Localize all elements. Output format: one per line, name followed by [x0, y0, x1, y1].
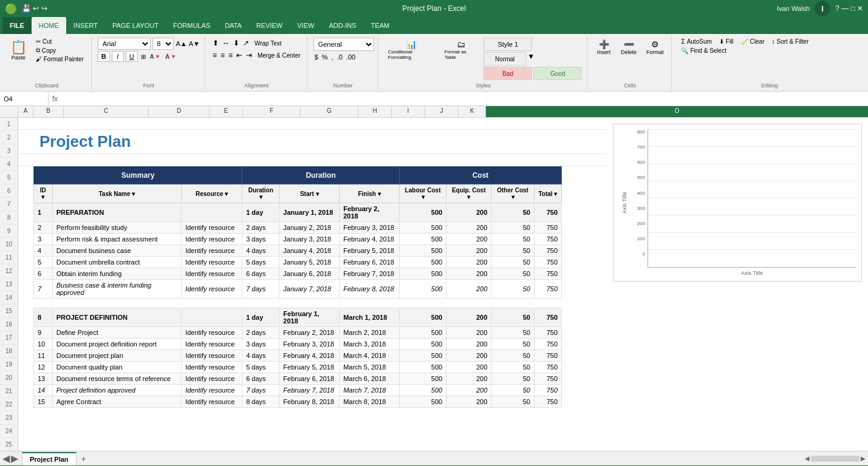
spreadsheet-scroll[interactable]: 1234567891011121314151617181920212223242…	[0, 118, 868, 451]
hscroll-right[interactable]: ▶	[861, 455, 866, 462]
table-row[interactable]: 8 PROJECT DEFINITION 1 day February 1, 2…	[34, 308, 562, 327]
tab-add-ins[interactable]: ADD-INS	[321, 17, 363, 34]
cell-resource: Identify resource	[182, 234, 242, 245]
table-row[interactable]: 12 Document quality plan Identify resour…	[34, 362, 562, 373]
tab-insert[interactable]: INSERT	[66, 17, 105, 34]
cell-duration: 2 days	[242, 327, 279, 339]
table-row[interactable]: 15 Agree Contract Identify resource 8 da…	[34, 396, 562, 408]
cell-finish: February 8, 2018	[340, 280, 400, 299]
decimal-dec-button[interactable]: .00	[345, 52, 357, 62]
normal-style-box[interactable]: Normal	[484, 52, 526, 66]
bad-style-box[interactable]: Bad	[484, 67, 532, 80]
cell-resource: Identify resource	[182, 268, 242, 280]
table-row[interactable]: 7 Business case & interim funding approv…	[34, 280, 562, 299]
align-bottom-button[interactable]: ⬇	[232, 38, 241, 49]
find-select-button[interactable]: 🔍Find & Select	[678, 47, 729, 55]
add-sheet-button[interactable]: +	[78, 453, 90, 465]
delete-button[interactable]: ➖ Delete	[617, 38, 640, 80]
indent-inc-button[interactable]: ⇥	[245, 50, 253, 61]
cut-button[interactable]: ✂Cut	[33, 38, 87, 46]
table-row[interactable]: 10 Document project definition report Id…	[34, 339, 562, 350]
table-row[interactable]: 11 Document project plan Identify resour…	[34, 350, 562, 362]
indent-dec-button[interactable]: ⇤	[235, 50, 244, 61]
format-painter-button[interactable]: 🖌Format Painter	[33, 55, 87, 63]
tab-page-layout[interactable]: PAGE LAYOUT	[105, 17, 166, 34]
table-row[interactable]	[34, 299, 562, 308]
paste-button[interactable]: 📋 Paste	[7, 38, 30, 63]
font-family-select[interactable]: Arial	[98, 38, 151, 50]
table-row[interactable]: 13 Document resource terms of reference …	[34, 373, 562, 385]
scroll-sheets-left[interactable]: ◀	[2, 453, 10, 464]
cell-id: 15	[34, 396, 53, 408]
comma-button[interactable]: ,	[330, 52, 335, 62]
font-size-select[interactable]: 8	[152, 38, 174, 50]
sort-filter-button[interactable]: ↕Sort & Filter	[768, 38, 812, 46]
th-total: Total ▾	[534, 184, 561, 203]
insert-button[interactable]: ➕ Insert	[593, 38, 615, 80]
cell-start: February 8, 2018	[279, 396, 340, 408]
table-row[interactable]: 2 Perform feasibility study Identify res…	[34, 222, 562, 234]
underline-button[interactable]: U	[126, 51, 138, 62]
cell-total: 750	[534, 222, 561, 234]
align-left-button[interactable]: ≡	[211, 50, 218, 61]
style1-box[interactable]: Style 1	[484, 38, 532, 51]
hscroll-left[interactable]: ◀	[805, 455, 810, 462]
align-top-button[interactable]: ⬆	[211, 38, 220, 49]
merge-center-button[interactable]: Merge & Center	[255, 50, 304, 61]
cell-start: January 2, 2018	[279, 222, 340, 234]
tab-review[interactable]: REVIEW	[249, 17, 290, 34]
cell-other: 50	[491, 268, 535, 280]
italic-button[interactable]: I	[112, 51, 124, 62]
number-format-select[interactable]: General	[313, 38, 374, 51]
wrap-text-button[interactable]: Wrap Text	[251, 38, 285, 49]
table-row[interactable]: 3 Perform risk & impact assessment Ident…	[34, 234, 562, 245]
spreadsheet-content: Project Plan Summary Duration Cost	[18, 118, 607, 451]
align-center-button[interactable]: ≡	[219, 50, 226, 61]
percent-button[interactable]: %	[321, 52, 329, 62]
table-row[interactable]: 9 Define Project Identify resource 2 day…	[34, 327, 562, 339]
fill-button[interactable]: ⬇Fill	[716, 38, 737, 46]
autosum-button[interactable]: ΣAutoSum	[678, 38, 714, 46]
tab-view[interactable]: VIEW	[290, 17, 321, 34]
cell-labour: 500	[399, 396, 446, 408]
bold-button[interactable]: B	[98, 51, 110, 62]
copy-button[interactable]: ⧉Copy	[33, 46, 87, 55]
align-middle-button[interactable]: ↔	[221, 38, 231, 49]
tab-team[interactable]: TEAM	[364, 17, 397, 34]
cell-start: February 6, 2018	[279, 373, 340, 385]
decimal-inc-button[interactable]: .0	[336, 52, 344, 62]
conditional-formatting-button[interactable]: 📊 Conditional Formatting	[384, 38, 439, 62]
tab-formulas[interactable]: FORMULAS	[166, 17, 217, 34]
font-grow-button[interactable]: A▲	[176, 40, 186, 47]
table-row[interactable]: 14 Project definition approved Identify …	[34, 385, 562, 396]
table-row[interactable]: 1 PREPARATION 1 day January 1, 2018 Febr…	[34, 203, 562, 222]
clear-button[interactable]: 🧹Clear	[738, 38, 768, 46]
align-right-button[interactable]: ≡	[227, 50, 234, 61]
format-as-table-button[interactable]: 🗂 Format as Table	[441, 38, 482, 62]
font-color-button[interactable]: A🔻	[164, 52, 178, 61]
table-row[interactable]: 6 Obtain interim funding Identify resour…	[34, 268, 562, 280]
tab-home[interactable]: HOME	[32, 17, 66, 34]
cell-duration: 1 day	[242, 203, 279, 222]
sheet-tab-project-plan[interactable]: Project Plan	[22, 452, 77, 465]
cell-id: 1	[34, 203, 53, 222]
borders-button[interactable]: ⊞	[140, 52, 147, 61]
cell-labour: 500	[399, 245, 446, 257]
currency-button[interactable]: $	[313, 52, 320, 62]
cell-labour: 500	[399, 234, 446, 245]
tab-file[interactable]: FILE	[2, 17, 32, 34]
cell-duration: 8 days	[242, 396, 279, 408]
styles-expand-button[interactable]: ▼	[527, 52, 535, 66]
name-box[interactable]: O4	[0, 92, 49, 106]
table-row[interactable]: 5 Document umbrella contract Identify re…	[34, 257, 562, 268]
tab-data[interactable]: DATA	[217, 17, 249, 34]
angle-text-button[interactable]: ↗	[242, 38, 250, 49]
format-button[interactable]: ⚙ Format	[643, 38, 668, 80]
font-shrink-button[interactable]: A▼	[189, 40, 200, 47]
fill-color-button[interactable]: A🔻	[149, 52, 163, 61]
table-row[interactable]: 4 Document business case Identify resour…	[34, 245, 562, 257]
good-style-box[interactable]: Good	[533, 67, 582, 80]
scroll-sheets-right[interactable]: ▶	[11, 453, 18, 464]
horizontal-scrollbar[interactable]	[811, 456, 859, 462]
formula-input[interactable]	[61, 94, 868, 104]
